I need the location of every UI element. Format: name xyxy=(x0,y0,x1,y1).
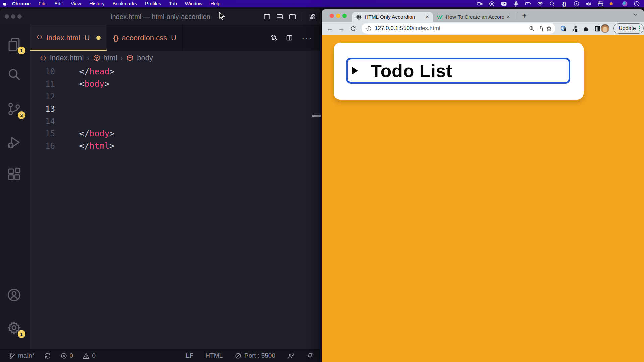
activity-run-debug[interactable] xyxy=(7,135,23,151)
camera-icon[interactable] xyxy=(500,0,507,7)
zoom-plus-icon[interactable] xyxy=(529,25,535,33)
accordion-card: Todo List xyxy=(334,43,584,100)
line-number: 12 xyxy=(30,92,55,101)
screen-record-icon[interactable] xyxy=(488,0,495,7)
status-bell-dot[interactable] xyxy=(307,352,314,359)
vscode-titlebar[interactable]: index.html — html-only-accordion xyxy=(0,9,321,25)
chrome-menu-icon[interactable] xyxy=(639,26,640,32)
url-path: /index.html xyxy=(413,25,440,32)
status-bar-left: main*00 xyxy=(9,352,96,359)
menu-view[interactable]: View xyxy=(71,1,81,6)
bookmark-star-icon[interactable] xyxy=(546,25,552,33)
apple-icon[interactable] xyxy=(2,1,7,6)
clock-icon[interactable] xyxy=(633,0,640,7)
menu-chrome[interactable]: Chrome xyxy=(12,1,31,6)
activity-explorer-badge: 1 xyxy=(18,47,25,54)
reload-button[interactable] xyxy=(350,25,356,32)
control-center-icon[interactable] xyxy=(597,0,604,7)
rocket-icon[interactable] xyxy=(513,0,519,7)
battery-icon[interactable] xyxy=(525,0,531,7)
video-camera-icon[interactable] xyxy=(476,0,483,7)
status-feedback[interactable] xyxy=(287,352,294,359)
puzzle-icon[interactable] xyxy=(583,25,589,32)
breadcrumb-item[interactable]: index.html xyxy=(50,54,84,62)
url-text[interactable]: 127.0.0.1:5500/index.html xyxy=(375,25,440,32)
breadcrumb-item[interactable]: body xyxy=(137,54,153,62)
address-bar[interactable]: 127.0.0.1:5500/index.html xyxy=(362,23,555,34)
status-sync[interactable] xyxy=(44,352,51,359)
activity-source-control-badge: 3 xyxy=(18,111,25,119)
menu-window[interactable]: Window xyxy=(185,1,203,6)
menu-tab[interactable]: Tab xyxy=(169,1,177,6)
layout-columns-icon[interactable] xyxy=(264,13,270,20)
status-lf[interactable]: LF xyxy=(186,352,193,359)
activity-extensions[interactable] xyxy=(7,167,23,183)
status-port-5500[interactable]: Port : 5500 xyxy=(235,352,275,359)
chrome-toolbar: ← → 127.0.0.1:5500/index.html Update xyxy=(322,22,644,35)
activity-settings[interactable]: 1 xyxy=(7,320,23,337)
layout-custom-icon[interactable] xyxy=(308,13,315,20)
compare-icon[interactable] xyxy=(271,35,277,41)
activity-explorer[interactable]: 1 xyxy=(7,37,23,53)
layout-panel-icon[interactable] xyxy=(276,13,283,20)
tab-search-chevron-icon[interactable] xyxy=(633,12,638,19)
close-window-button[interactable] xyxy=(330,14,334,18)
editor-tab-accordion.css[interactable]: {}accordion.cssU xyxy=(107,25,183,51)
chrome-window: HTML Only Accordion×WʼHow To Create an A… xyxy=(322,9,644,362)
menu-file[interactable]: File xyxy=(39,1,46,6)
privacy-icon[interactable] xyxy=(560,25,567,32)
browser-tab[interactable]: HTML Only Accordion× xyxy=(352,12,433,22)
tab-close-icon[interactable]: × xyxy=(507,14,510,20)
profile-avatar[interactable] xyxy=(601,24,609,33)
menu-help[interactable]: Help xyxy=(210,1,220,6)
update-button[interactable]: Update xyxy=(613,23,644,34)
volume-icon[interactable] xyxy=(585,0,592,7)
search-icon[interactable] xyxy=(549,0,555,7)
menu-bookmarks[interactable]: Bookmarks xyxy=(112,1,137,6)
recording-dot-icon[interactable] xyxy=(609,0,616,7)
play-circle-icon[interactable] xyxy=(573,0,580,7)
code-editor[interactable]: 10 </head>11 <body>12131415 </body>16 </… xyxy=(30,65,321,349)
update-label: Update xyxy=(619,25,636,32)
wifi-icon[interactable] xyxy=(537,0,543,7)
status-main-[interactable]: main* xyxy=(9,352,35,359)
back-button[interactable]: ← xyxy=(326,24,333,33)
status-0[interactable]: 0 xyxy=(60,352,73,359)
forward-button[interactable]: → xyxy=(338,24,345,33)
browser-tab[interactable]: WʼHow To Create an Accordion× xyxy=(433,12,514,22)
editor-tab-index.html[interactable]: index.htmlU xyxy=(30,25,107,51)
status-0[interactable]: 0 xyxy=(83,352,96,359)
more-actions-icon[interactable]: ··· xyxy=(302,33,312,43)
layout-split-icon[interactable] xyxy=(289,13,296,20)
new-tab-button[interactable]: + xyxy=(520,11,529,20)
activity-search[interactable] xyxy=(7,67,23,83)
share-icon[interactable] xyxy=(538,25,544,33)
split-editor-icon[interactable] xyxy=(286,35,293,41)
minimize-window-button[interactable] xyxy=(336,14,340,18)
breadcrumb-item[interactable]: html xyxy=(103,54,117,62)
code-line-11: 11 <body> xyxy=(30,78,321,90)
menu-status-icons: {} xyxy=(476,0,640,7)
menu-edit[interactable]: Edit xyxy=(54,1,63,6)
menu-profiles[interactable]: Profiles xyxy=(145,1,161,6)
braces-icon[interactable]: {} xyxy=(561,0,568,7)
editor-scroll-handle[interactable] xyxy=(312,115,321,117)
zoom-window-button[interactable] xyxy=(342,14,347,18)
status-html[interactable]: HTML xyxy=(205,352,223,359)
menu-history[interactable]: History xyxy=(89,1,104,6)
site-info-icon[interactable] xyxy=(366,26,372,32)
activity-account[interactable] xyxy=(7,288,23,304)
line-number: 10 xyxy=(30,67,55,76)
activity-source-control[interactable]: 3 xyxy=(7,102,23,118)
half-square-icon[interactable] xyxy=(594,25,601,32)
accordion-summary[interactable]: Todo List xyxy=(346,58,570,84)
line-content: </body> xyxy=(64,129,115,138)
siri-icon[interactable] xyxy=(621,0,628,7)
unsaved-dot-icon[interactable] xyxy=(96,36,101,40)
vscode-status-bar: main*00 LFHTMLPort : 5500 xyxy=(0,349,321,362)
eyedropper-icon[interactable] xyxy=(572,25,578,32)
code-line-10: 10 </head> xyxy=(30,65,321,78)
tab-close-icon[interactable]: × xyxy=(426,14,429,20)
breadcrumb[interactable]: index.html›html›body xyxy=(30,51,321,65)
tab-title: HTML Only Accordion xyxy=(365,14,423,20)
